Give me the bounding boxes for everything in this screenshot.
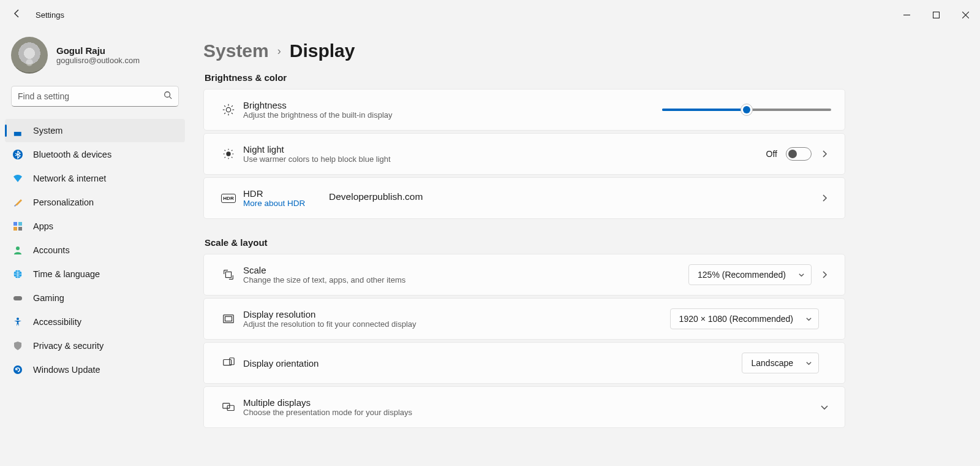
orientation-dropdown[interactable]: Landscape bbox=[742, 353, 819, 373]
sidebar-item-label: Personalization bbox=[33, 197, 94, 207]
globe-icon bbox=[12, 269, 23, 280]
svg-rect-3 bbox=[13, 222, 17, 226]
sidebar-item-personalization[interactable]: Personalization bbox=[5, 191, 185, 214]
sidebar-item-label: Network & internet bbox=[33, 174, 106, 183]
svg-rect-19 bbox=[230, 358, 234, 365]
brightness-icon bbox=[215, 103, 242, 116]
slider-thumb[interactable] bbox=[741, 104, 753, 116]
watermark: Developerpublish.com bbox=[329, 191, 423, 202]
search-placeholder: Find a setting bbox=[18, 91, 164, 101]
nav: ▃ System Bluetooth & devices Network & i… bbox=[0, 115, 190, 385]
dropdown-value: Landscape bbox=[751, 358, 793, 368]
chevron-right-icon bbox=[815, 194, 834, 202]
sidebar-item-accounts[interactable]: Accounts bbox=[5, 239, 185, 262]
person-icon bbox=[12, 245, 23, 256]
profile-name: Gogul Raju bbox=[56, 45, 140, 56]
search-icon bbox=[164, 91, 172, 102]
maximize-button[interactable] bbox=[921, 0, 951, 29]
slider-track bbox=[662, 109, 747, 111]
search-input[interactable]: Find a setting bbox=[11, 86, 179, 107]
bluetooth-icon bbox=[12, 149, 23, 160]
toggle-label: Off bbox=[766, 149, 777, 159]
profile-area[interactable]: Gogul Raju gogulisro@outlook.com bbox=[0, 34, 190, 82]
svg-rect-5 bbox=[13, 227, 17, 231]
section-header-scale: Scale & layout bbox=[205, 237, 845, 248]
sidebar-item-label: System bbox=[33, 126, 62, 136]
sidebar-item-label: Accessibility bbox=[33, 317, 81, 327]
setting-night-light[interactable]: Night light Use warmer colors to help bl… bbox=[203, 133, 845, 175]
scale-dropdown[interactable]: 125% (Recommended) bbox=[688, 264, 812, 285]
svg-point-1 bbox=[165, 92, 170, 97]
dropdown-value: 1920 × 1080 (Recommended) bbox=[679, 314, 793, 324]
sidebar-item-bluetooth[interactable]: Bluetooth & devices bbox=[5, 143, 185, 166]
avatar bbox=[11, 37, 48, 74]
breadcrumb-current: Display bbox=[290, 40, 355, 61]
svg-rect-10 bbox=[13, 296, 22, 300]
content: System › Display Brightness & color Brig… bbox=[190, 29, 980, 466]
svg-rect-6 bbox=[18, 227, 22, 231]
gamepad-icon bbox=[12, 292, 23, 304]
wifi-icon bbox=[12, 173, 23, 184]
setting-brightness: Brightness Adjust the brightness of the … bbox=[203, 89, 845, 131]
titlebar: Settings bbox=[0, 0, 980, 29]
setting-subtitle: Choose the presentation mode for your di… bbox=[243, 408, 412, 417]
setting-subtitle: Adjust the brightness of the built-in di… bbox=[243, 110, 393, 120]
setting-scale[interactable]: Scale Change the size of text, apps, and… bbox=[203, 254, 845, 296]
svg-point-11 bbox=[17, 318, 19, 320]
setting-title: Display resolution bbox=[243, 309, 417, 319]
accessibility-icon bbox=[12, 316, 23, 327]
setting-subtitle: Adjust the resolution to fit your connec… bbox=[243, 319, 417, 329]
sidebar-item-windows-update[interactable]: Windows Update bbox=[5, 358, 185, 381]
sidebar-item-accessibility[interactable]: Accessibility bbox=[5, 310, 185, 334]
sidebar-item-network[interactable]: Network & internet bbox=[5, 167, 185, 190]
sidebar-item-gaming[interactable]: Gaming bbox=[5, 286, 185, 310]
sidebar-item-label: Apps bbox=[33, 221, 53, 231]
setting-resolution: Display resolution Adjust the resolution… bbox=[203, 298, 845, 340]
hdr-icon: HDR bbox=[215, 194, 242, 203]
setting-title: Scale bbox=[243, 265, 405, 275]
minimize-button[interactable] bbox=[892, 0, 921, 29]
resolution-icon bbox=[215, 312, 242, 326]
breadcrumb-parent[interactable]: System bbox=[203, 40, 269, 61]
multiple-displays-icon bbox=[215, 400, 242, 414]
sidebar-item-label: Bluetooth & devices bbox=[33, 150, 111, 159]
chevron-right-icon bbox=[815, 271, 834, 278]
setting-title: Display orientation bbox=[243, 358, 318, 369]
svg-point-14 bbox=[226, 151, 230, 156]
night-light-icon bbox=[215, 147, 242, 161]
sidebar-item-privacy[interactable]: Privacy & security bbox=[5, 334, 185, 357]
setting-title: Brightness bbox=[243, 100, 393, 110]
svg-point-7 bbox=[16, 246, 20, 250]
dropdown-value: 125% (Recommended) bbox=[698, 270, 786, 280]
sidebar-item-label: Privacy & security bbox=[33, 341, 104, 351]
sidebar-item-apps[interactable]: Apps bbox=[5, 215, 185, 238]
brightness-slider[interactable] bbox=[662, 109, 831, 111]
update-icon bbox=[12, 364, 23, 375]
setting-title: Multiple displays bbox=[243, 397, 412, 408]
profile-email: gogulisro@outlook.com bbox=[56, 56, 140, 65]
back-button[interactable] bbox=[12, 9, 22, 21]
hdr-more-link[interactable]: More about HDR bbox=[243, 199, 305, 208]
chevron-down-icon bbox=[798, 272, 805, 278]
svg-rect-0 bbox=[933, 12, 939, 18]
sidebar-item-label: Time & language bbox=[33, 269, 100, 279]
night-light-toggle[interactable] bbox=[786, 147, 812, 161]
shield-icon bbox=[12, 340, 23, 351]
setting-hdr[interactable]: HDR HDR More about HDR Developerpublish.… bbox=[203, 177, 845, 219]
setting-title: HDR bbox=[243, 188, 305, 199]
close-button[interactable] bbox=[951, 0, 980, 29]
resolution-dropdown[interactable]: 1920 × 1080 (Recommended) bbox=[670, 308, 819, 329]
section-header-brightness: Brightness & color bbox=[205, 72, 845, 83]
sidebar-item-label: Gaming bbox=[33, 293, 64, 303]
chevron-right-icon bbox=[815, 150, 834, 158]
svg-rect-15 bbox=[225, 272, 231, 277]
sidebar-item-system[interactable]: ▃ System bbox=[5, 119, 185, 142]
sidebar-item-label: Windows Update bbox=[33, 365, 100, 375]
chevron-down-icon bbox=[815, 403, 834, 411]
setting-subtitle: Change the size of text, apps, and other… bbox=[243, 275, 405, 285]
chevron-right-icon: › bbox=[277, 45, 281, 58]
setting-multiple-displays[interactable]: Multiple displays Choose the presentatio… bbox=[203, 386, 845, 428]
chevron-down-icon bbox=[805, 360, 812, 367]
sidebar-item-time-language[interactable]: Time & language bbox=[5, 262, 185, 286]
setting-orientation: Display orientation Landscape bbox=[203, 342, 845, 384]
